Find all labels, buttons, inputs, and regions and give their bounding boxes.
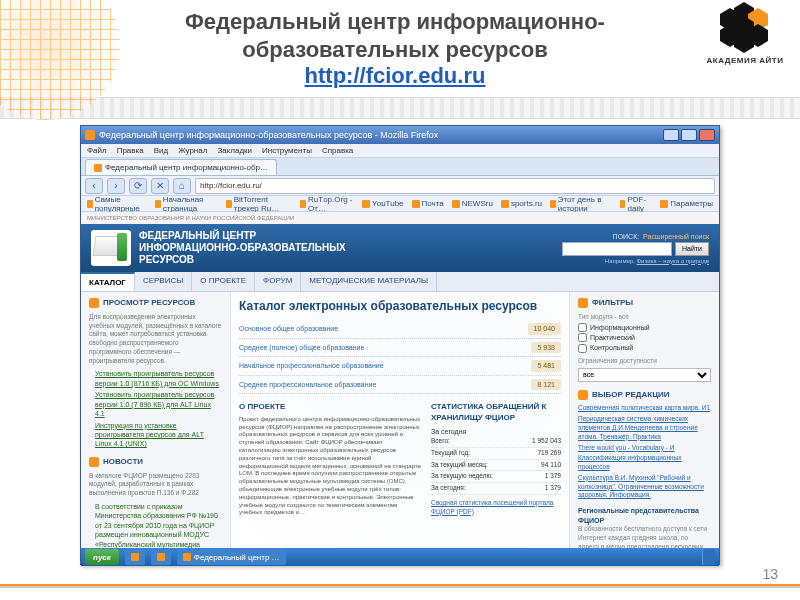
search-button[interactable]: Найти xyxy=(675,242,709,256)
menu-help[interactable]: Справка xyxy=(322,146,353,155)
menu-tools[interactable]: Инструменты xyxy=(262,146,312,155)
forward-button[interactable]: › xyxy=(107,178,125,194)
firefox-icon xyxy=(85,130,95,140)
bookmark-icon xyxy=(452,200,460,208)
search-input[interactable] xyxy=(562,242,672,256)
example-link[interactable]: Физика – наука о природе xyxy=(637,258,709,264)
category-link[interactable]: Среднее профессиональное образование xyxy=(239,380,376,389)
task-icon xyxy=(131,553,139,561)
bookmark-icon xyxy=(87,200,93,208)
system-tray[interactable] xyxy=(702,549,715,565)
advanced-search-link[interactable]: Расширенный поиск xyxy=(643,233,709,240)
slide-title-line2: образовательных ресурсов xyxy=(10,36,780,64)
menu-edit[interactable]: Правка xyxy=(117,146,144,155)
regional-heading: Региональные представительства ФЦИОР xyxy=(578,506,711,525)
browser-window: Федеральный центр информационно-образова… xyxy=(80,125,720,565)
bookmark-item[interactable]: sports.ru xyxy=(501,199,542,208)
bookmark-item[interactable]: PDF-daily xyxy=(620,195,653,213)
menu-bar: Файл Правка Вид Журнал Закладки Инструме… xyxy=(81,144,719,158)
address-toolbar: ‹ › ⟳ ✕ ⌂ xyxy=(81,176,719,196)
menu-bookmarks[interactable]: Закладки xyxy=(217,146,252,155)
site-logo[interactable] xyxy=(91,230,131,266)
middle-column: Каталог электронных образовательных ресу… xyxy=(231,292,569,548)
news-link[interactable]: В соответствии с приказом Министерства о… xyxy=(95,502,222,548)
download-link[interactable]: Установить проигрыватель ресурсов версии… xyxy=(95,390,222,418)
stat-val: 719 269 xyxy=(538,449,562,458)
menu-file[interactable]: Файл xyxy=(87,146,107,155)
bookmark-item[interactable]: RuTор.Org - От… xyxy=(300,195,354,213)
editor-pick-link[interactable]: Современная политическая карта мира. И1 xyxy=(578,404,711,413)
category-count: 10 040 xyxy=(528,323,561,334)
browser-tab[interactable]: Федеральный центр информационно-обр… xyxy=(85,159,277,175)
stat-key: За текущую неделю: xyxy=(431,472,493,481)
filter-icon xyxy=(578,298,588,308)
bookmark-item[interactable]: Начальная страница xyxy=(155,195,218,213)
bookmark-icon xyxy=(300,200,306,208)
stop-button[interactable]: ✕ xyxy=(151,178,169,194)
address-input[interactable] xyxy=(195,178,715,194)
bookmark-item[interactable]: YouTube xyxy=(362,199,403,208)
search-box: ПОИСК: Расширенный поиск Найти Например,… xyxy=(562,233,709,264)
editor-pick-link[interactable]: Скульптура В.И. Мухиной "Рабочий и колхо… xyxy=(578,474,711,500)
about-text: Проект федерального центра информационно… xyxy=(239,416,421,517)
close-button[interactable] xyxy=(699,129,715,141)
menu-history[interactable]: Журнал xyxy=(178,146,207,155)
download-link[interactable]: Установить проигрыватель ресурсов версии… xyxy=(95,369,222,388)
bookmarks-toolbar: Самые популярные Начальная страница BitT… xyxy=(81,196,719,212)
taskbar-button[interactable] xyxy=(151,549,171,565)
viewing-icon xyxy=(89,298,99,308)
news-icon xyxy=(89,457,99,467)
bookmark-item[interactable]: NEWSru xyxy=(452,199,493,208)
editor-pick-link[interactable]: There would you - Vocabulary - И xyxy=(578,444,711,453)
category-link[interactable]: Среднее (полное) общее образование xyxy=(239,343,364,352)
bookmark-item[interactable]: Почта xyxy=(412,199,444,208)
stat-val: 1 379 xyxy=(545,472,561,481)
bookmark-item[interactable]: BitTorrent трекер Ru… xyxy=(226,195,292,213)
stat-val: 94 110 xyxy=(541,461,561,470)
left-heading-news: НОВОСТИ xyxy=(103,457,143,468)
home-button[interactable]: ⌂ xyxy=(173,178,191,194)
nav-tab-materials[interactable]: МЕТОДИЧЕСКИЕ МАТЕРИАЛЫ xyxy=(301,272,437,291)
stat-key: За сегодня: xyxy=(431,484,466,493)
bookmark-icon xyxy=(501,200,509,208)
taskbar-button[interactable] xyxy=(125,549,145,565)
filter-checkbox-row[interactable]: Практический xyxy=(578,333,711,342)
reload-button[interactable]: ⟳ xyxy=(129,178,147,194)
stat-val: 1 379 xyxy=(545,484,561,493)
filter-checkbox[interactable] xyxy=(578,323,587,332)
decorative-skyline xyxy=(0,97,800,119)
filter-checkbox[interactable] xyxy=(578,333,587,342)
editor-pick-link[interactable]: Периодическая система химических элемент… xyxy=(578,415,711,441)
news-stat: В каталоге ФЦИОР размещено 2283 модулей,… xyxy=(89,472,222,498)
filter-checkbox-row[interactable]: Информационный xyxy=(578,323,711,332)
back-button[interactable]: ‹ xyxy=(85,178,103,194)
bookmark-item[interactable]: Этот день в истории xyxy=(550,195,612,213)
slide-header: Федеральный центр информационно- образов… xyxy=(0,0,800,95)
editor-pick-link[interactable]: Классификация информационных процессов xyxy=(578,454,711,472)
stats-pdf-link[interactable]: Сводная статистика посещений портала ФЦИ… xyxy=(431,499,561,517)
category-link[interactable]: Начальное профессиональное образование xyxy=(239,361,384,370)
nav-tab-catalog[interactable]: КАТАЛОГ xyxy=(81,272,135,291)
start-button[interactable]: пуск xyxy=(85,549,119,565)
about-heading: О ПРОЕКТЕ xyxy=(239,402,421,413)
bookmark-item[interactable]: Параметры xyxy=(660,199,713,208)
tab-favicon xyxy=(94,164,102,172)
minimize-button[interactable] xyxy=(663,129,679,141)
taskbar-button-active[interactable]: Федеральный центр … xyxy=(177,549,286,565)
category-link[interactable]: Основное общее образование xyxy=(239,324,338,333)
nav-tab-forum[interactable]: ФОРУМ xyxy=(255,272,301,291)
tab-bar: Федеральный центр информационно-обр… xyxy=(81,158,719,176)
limit-select[interactable]: все xyxy=(578,368,711,382)
filter-checkbox-row[interactable]: Контрольный xyxy=(578,343,711,352)
example-prefix: Например, xyxy=(605,258,635,264)
maximize-button[interactable] xyxy=(681,129,697,141)
slide-title-line1: Федеральный центр информационно- xyxy=(10,8,780,36)
download-link[interactable]: Инструкция по установке проигрывателя ре… xyxy=(95,421,222,449)
window-titlebar: Федеральный центр информационно-образова… xyxy=(81,126,719,144)
menu-view[interactable]: Вид xyxy=(154,146,168,155)
nav-tab-services[interactable]: СЕРВИСЫ xyxy=(135,272,192,291)
filter-checkbox[interactable] xyxy=(578,344,587,353)
slide-url-link[interactable]: http://fcior.edu.ru xyxy=(10,63,780,89)
nav-tab-about[interactable]: О ПРОЕКТЕ xyxy=(192,272,255,291)
bookmark-item[interactable]: Самые популярные xyxy=(87,195,147,213)
